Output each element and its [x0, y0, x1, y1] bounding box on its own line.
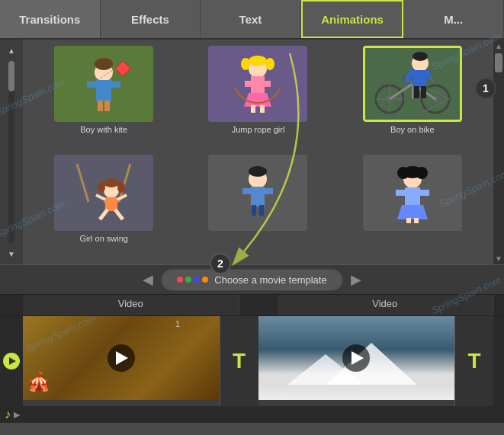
music-control[interactable]: ♪ ▶: [5, 408, 20, 421]
svg-marker-65: [397, 205, 428, 219]
anim-thumb-jump-girl[interactable]: [208, 46, 307, 122]
play-button-1[interactable]: [108, 344, 135, 372]
list-item[interactable]: Girl on swing: [29, 155, 178, 259]
svg-line-51: [96, 195, 105, 200]
svg-rect-59: [259, 205, 264, 216]
svg-point-16: [249, 56, 267, 66]
left-scrollbar: ▲ ▼: [0, 40, 23, 264]
badge-2: 2: [210, 253, 231, 274]
tab-effects[interactable]: Effects: [101, 0, 201, 38]
timeline-track: 🎪 T 1: [0, 316, 504, 406]
tab-animations[interactable]: Animations: [301, 0, 404, 38]
anim-thumb-char-3[interactable]: [363, 155, 462, 231]
svg-rect-14: [251, 105, 255, 113]
svg-point-47: [117, 182, 125, 193]
main-container: Transitions Effects Text Animations M...…: [0, 0, 504, 435]
list-item[interactable]: Boy with kite: [29, 46, 178, 150]
anim-label-jump-girl: Jump rope girl: [232, 125, 285, 134]
svg-point-45: [104, 178, 119, 187]
badge-1: 1: [475, 78, 496, 99]
svg-line-49: [100, 210, 108, 219]
tab-more[interactable]: M...: [403, 0, 504, 38]
svg-line-38: [426, 70, 429, 78]
svg-rect-10: [251, 76, 265, 95]
scrollbar-thumb-right[interactable]: [495, 53, 502, 72]
track-number-1: 1: [175, 319, 180, 328]
svg-point-8: [95, 58, 113, 70]
scrollbar-track: [8, 61, 14, 243]
transition-t-label: T: [233, 349, 246, 373]
anim-label-boy-bike: Boy on bike: [390, 125, 434, 134]
svg-rect-13: [263, 81, 271, 87]
svg-point-35: [413, 52, 428, 61]
svg-rect-3: [110, 82, 120, 88]
svg-point-18: [265, 58, 274, 70]
svg-rect-64: [405, 187, 420, 207]
anim-thumb-girl-swing[interactable]: [54, 155, 153, 231]
scrollbar-thumb[interactable]: [8, 61, 14, 91]
right-scrollbar: ▲ ▼: [493, 40, 504, 264]
animation-grid: Boy with kite: [23, 40, 493, 264]
arrow-left-icon: ◀: [143, 271, 153, 288]
anim-label-boy-kite: Boy with kite: [80, 125, 127, 134]
anim-thumb-boy-bike[interactable]: [363, 46, 462, 122]
timeline-right-scrollbar: [493, 316, 504, 406]
choose-template-button[interactable]: Choose a movie template: [161, 269, 342, 291]
sticker-overlay-1: 🎪: [27, 371, 52, 395]
svg-rect-56: [242, 188, 252, 194]
svg-point-17: [241, 58, 250, 70]
svg-rect-57: [263, 188, 273, 194]
svg-point-63: [416, 167, 428, 179]
timeline-header: Video Video: [0, 295, 504, 316]
svg-rect-68: [406, 218, 411, 223]
svg-rect-67: [419, 190, 429, 196]
list-item[interactable]: [338, 155, 487, 259]
svg-point-62: [397, 167, 409, 179]
svg-rect-2: [87, 82, 98, 88]
play-button-2[interactable]: [342, 344, 370, 372]
tab-transitions[interactable]: Transitions: [0, 0, 101, 38]
svg-rect-5: [104, 101, 110, 111]
template-btn-label: Choose a movie template: [214, 274, 326, 286]
timeline-col-2-header: Video: [278, 295, 494, 315]
anim-thumb-boy-kite[interactable]: [54, 46, 153, 122]
video-cell-2: [258, 316, 456, 406]
scroll-up-right[interactable]: ▲: [493, 40, 504, 52]
tab-text[interactable]: Text: [201, 0, 301, 38]
video-cell-1: 🎪: [23, 316, 220, 406]
template-bar: ◀ Choose a movie template ▶: [0, 264, 504, 295]
scroll-up-arrow[interactable]: ▲: [4, 43, 19, 58]
list-item[interactable]: Jump rope girl: [183, 46, 332, 150]
music-add-arrow: ▶: [14, 410, 20, 420]
svg-marker-6: [115, 61, 130, 76]
svg-line-41: [77, 164, 88, 202]
svg-point-54: [249, 166, 267, 177]
svg-rect-58: [252, 205, 256, 216]
play-button-main[interactable]: [3, 353, 20, 369]
content-area: ▲ ▼: [0, 40, 504, 264]
left-track-control: [0, 316, 23, 406]
svg-point-46: [98, 182, 105, 193]
svg-rect-55: [251, 187, 265, 206]
tab-bar: Transitions Effects Text Animations M...: [0, 0, 504, 40]
arrow-right-icon: ▶: [351, 271, 361, 288]
music-icon: ♪: [5, 408, 11, 421]
scroll-down-arrow[interactable]: ▼: [4, 246, 19, 261]
transition-cell-1[interactable]: T: [220, 316, 258, 406]
svg-rect-66: [396, 190, 406, 196]
svg-rect-36: [413, 70, 426, 87]
timeline-area: Video Video: [0, 295, 504, 423]
video-thumb-1: 🎪: [23, 316, 220, 400]
list-item[interactable]: [183, 155, 332, 259]
anim-label-girl-swing: Girl on swing: [79, 234, 128, 243]
svg-rect-69: [414, 218, 419, 223]
svg-line-37: [406, 70, 413, 82]
list-item[interactable]: Boy on bike: [338, 46, 487, 150]
bottom-controls: ♪ ▶: [0, 406, 504, 423]
svg-rect-4: [98, 101, 103, 111]
dots-icon: [177, 277, 208, 283]
anim-thumb-char-2[interactable]: [208, 155, 307, 231]
scroll-down-right[interactable]: ▼: [493, 252, 504, 264]
svg-rect-39: [414, 86, 419, 98]
transition-cell-2[interactable]: T: [455, 316, 493, 406]
